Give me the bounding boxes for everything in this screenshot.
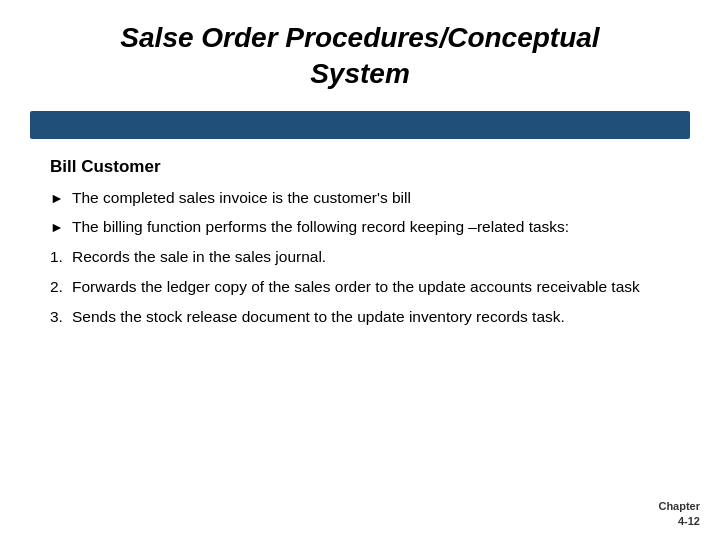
slide-container: Salse Order Procedures/Conceptual System… — [0, 0, 720, 540]
number-marker-3: 3. — [50, 306, 72, 328]
numbered-list: 1. Records the sale in the sales journal… — [50, 246, 670, 327]
bullet-text-1: The completed sales invoice is the custo… — [72, 187, 670, 209]
list-item: ► The billing function performs the foll… — [50, 216, 670, 238]
section-header: Bill Customer — [50, 157, 670, 177]
blue-divider-bar — [30, 111, 690, 139]
bullet-arrow-icon: ► — [50, 187, 72, 209]
bullet-arrow-icon: ► — [50, 216, 72, 238]
numbered-text-3: Sends the stock release document to the … — [72, 306, 670, 328]
number-marker-2: 2. — [50, 276, 72, 298]
footer-area: Chapter 4-12 — [658, 499, 700, 528]
numbered-text-1: Records the sale in the sales journal. — [72, 246, 670, 268]
list-item: 1. Records the sale in the sales journal… — [50, 246, 670, 268]
slide-title: Salse Order Procedures/Conceptual System — [50, 20, 670, 93]
content-area: Bill Customer ► The completed sales invo… — [30, 157, 690, 327]
list-item: 2. Forwards the ledger copy of the sales… — [50, 276, 670, 298]
list-item: ► The completed sales invoice is the cus… — [50, 187, 670, 209]
list-item: 3. Sends the stock release document to t… — [50, 306, 670, 328]
bullet-text-2: The billing function performs the follow… — [72, 216, 670, 238]
title-area: Salse Order Procedures/Conceptual System — [30, 20, 690, 93]
bullet-list: ► The completed sales invoice is the cus… — [50, 187, 670, 238]
chapter-number: 4-12 — [658, 514, 700, 528]
chapter-label: Chapter — [658, 499, 700, 513]
number-marker-1: 1. — [50, 246, 72, 268]
numbered-text-2: Forwards the ledger copy of the sales or… — [72, 276, 670, 298]
